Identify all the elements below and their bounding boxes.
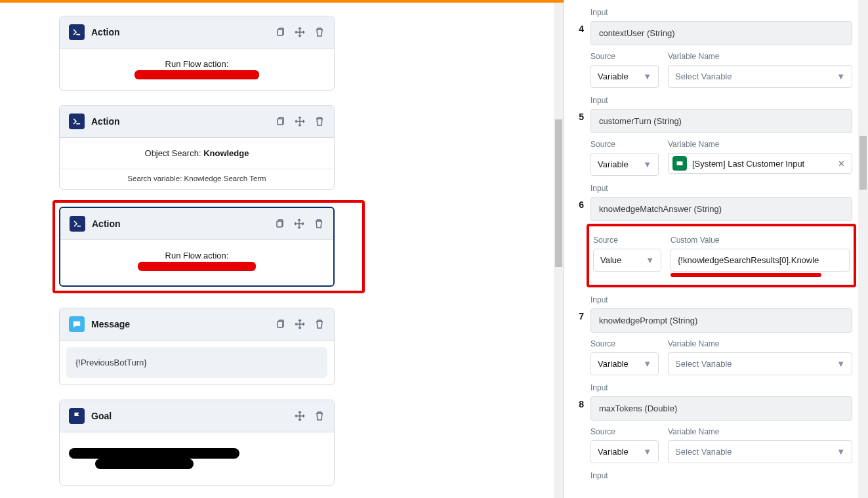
variable-select[interactable]: [System] Last Customer Input ✕ bbox=[668, 153, 852, 174]
variable-placeholder: Select Variable bbox=[675, 72, 732, 81]
variable-select[interactable]: Select Variable ▼ bbox=[668, 440, 852, 463]
move-icon[interactable] bbox=[295, 27, 305, 37]
move-icon[interactable] bbox=[295, 319, 305, 329]
chat-icon bbox=[69, 316, 85, 332]
delete-icon[interactable] bbox=[314, 218, 324, 229]
card-body-text: Run Flow action: bbox=[70, 251, 324, 260]
card-action-1[interactable]: Action Run Flow action: bbox=[59, 16, 335, 91]
terminal-icon bbox=[69, 114, 85, 129]
scrollbar-thumb[interactable] bbox=[859, 136, 867, 190]
card-action-3[interactable]: Action Run Flow action: bbox=[59, 207, 335, 287]
move-icon[interactable] bbox=[294, 218, 304, 229]
row-number: 6 bbox=[573, 178, 590, 210]
canvas-pane: Action Run Flow action: Action bbox=[0, 3, 564, 498]
system-variable-icon bbox=[672, 156, 687, 171]
terminal-icon bbox=[69, 24, 85, 40]
highlight-box: Source Value ▼ Custom Value {!knowledgeS… bbox=[587, 224, 856, 287]
variable-name-label: Variable Name bbox=[668, 427, 852, 436]
source-label: Source bbox=[593, 236, 661, 245]
move-icon[interactable] bbox=[295, 116, 305, 127]
variable-select[interactable]: Select Variable ▼ bbox=[668, 65, 852, 88]
variable-value: [System] Last Customer Input bbox=[692, 159, 830, 169]
card-header[interactable]: Action bbox=[60, 208, 333, 240]
copy-icon[interactable] bbox=[275, 27, 285, 37]
input-row-4: 4 Input contextUser (String) Source Vari… bbox=[573, 3, 852, 88]
input-row-6: 6 Input knowledgeMatchAnswer (String) So… bbox=[573, 178, 852, 287]
card-header[interactable]: Message bbox=[60, 308, 334, 341]
input-label: Input bbox=[590, 295, 852, 304]
card-header[interactable]: Action bbox=[60, 106, 334, 138]
redaction bbox=[134, 70, 259, 79]
source-label: Source bbox=[590, 52, 659, 61]
source-value: Variable bbox=[598, 447, 629, 457]
card-body: Object Search: Knowledge bbox=[60, 138, 334, 169]
card-title: Message bbox=[91, 319, 275, 329]
variable-placeholder: Select Variable bbox=[675, 447, 732, 457]
card-goal[interactable]: Goal bbox=[59, 400, 335, 486]
source-select[interactable]: Variable ▼ bbox=[590, 440, 659, 463]
copy-icon[interactable] bbox=[275, 319, 285, 329]
svg-rect-1 bbox=[278, 119, 283, 125]
source-select[interactable]: Variable ▼ bbox=[590, 65, 659, 88]
input-row-7: 7 Input knowledgePrompt (String) Source … bbox=[573, 290, 852, 375]
source-select[interactable]: Variable ▼ bbox=[590, 153, 659, 176]
source-value: Variable bbox=[598, 72, 629, 81]
form: 4 Input contextUser (String) Source Vari… bbox=[564, 3, 868, 487]
chevron-down-icon: ▼ bbox=[643, 447, 651, 457]
svg-rect-2 bbox=[277, 221, 282, 227]
input-row-5: 5 Input customerTurn (String) Source Var… bbox=[573, 91, 852, 176]
chevron-down-icon: ▼ bbox=[837, 359, 845, 369]
svg-rect-0 bbox=[278, 30, 283, 35]
variable-select[interactable]: Select Variable ▼ bbox=[668, 352, 852, 375]
input-label: Input bbox=[590, 471, 852, 480]
source-label: Source bbox=[590, 427, 659, 436]
card-message[interactable]: Message {!PreviousBotTurn} bbox=[59, 308, 335, 385]
card-action-2[interactable]: Action Object Search: Knowledge Search v… bbox=[59, 105, 335, 190]
card-body: Run Flow action: bbox=[60, 49, 334, 90]
copy-icon[interactable] bbox=[274, 218, 285, 229]
delete-icon[interactable] bbox=[314, 116, 325, 127]
card-title: Action bbox=[91, 27, 275, 37]
chevron-down-icon: ▼ bbox=[646, 255, 654, 265]
card-body bbox=[60, 432, 334, 485]
body-prefix: Object Search: bbox=[145, 148, 204, 158]
input-name-field: knowledgePrompt (String) bbox=[590, 308, 852, 333]
source-value: Variable bbox=[598, 359, 629, 369]
card-header[interactable]: Goal bbox=[60, 400, 334, 432]
source-value: Value bbox=[600, 255, 621, 265]
move-icon[interactable] bbox=[295, 411, 305, 421]
clear-icon[interactable]: ✕ bbox=[835, 159, 848, 169]
left-scrollbar[interactable] bbox=[554, 3, 564, 498]
body-bold: Knowledge bbox=[203, 148, 249, 158]
card-tools bbox=[275, 319, 325, 329]
scrollbar-thumb[interactable] bbox=[555, 119, 562, 267]
source-value: Variable bbox=[598, 159, 629, 169]
input-row-9: Input bbox=[573, 466, 852, 487]
card-header[interactable]: Action bbox=[60, 16, 334, 49]
chevron-down-icon: ▼ bbox=[643, 359, 651, 369]
card-body-text: Run Flow action: bbox=[69, 59, 325, 69]
delete-icon[interactable] bbox=[314, 411, 325, 421]
input-row-8: 8 Input maxTokens (Double) Source Variab… bbox=[573, 378, 852, 463]
svg-rect-5 bbox=[677, 161, 683, 165]
source-select[interactable]: Variable ▼ bbox=[590, 352, 659, 375]
chevron-down-icon: ▼ bbox=[837, 72, 845, 81]
card-tools bbox=[275, 27, 325, 37]
chevron-down-icon: ▼ bbox=[643, 159, 651, 169]
row-number: 5 bbox=[573, 91, 590, 122]
flag-icon bbox=[69, 408, 85, 424]
card-tools bbox=[275, 116, 325, 127]
copy-icon[interactable] bbox=[275, 116, 285, 127]
row-number bbox=[573, 466, 590, 487]
svg-rect-3 bbox=[278, 322, 283, 327]
delete-icon[interactable] bbox=[314, 319, 325, 329]
card-body: Run Flow action: bbox=[60, 240, 333, 285]
custom-value-input[interactable]: {!knowledgeSearchResults[0].Knowle bbox=[671, 249, 850, 272]
source-select[interactable]: Value ▼ bbox=[593, 249, 661, 272]
card-title: Goal bbox=[91, 411, 295, 421]
right-scrollbar[interactable] bbox=[858, 0, 868, 498]
delete-icon[interactable] bbox=[314, 27, 325, 37]
redaction bbox=[671, 273, 821, 277]
chevron-down-icon: ▼ bbox=[837, 447, 845, 457]
source-label: Source bbox=[590, 339, 659, 348]
